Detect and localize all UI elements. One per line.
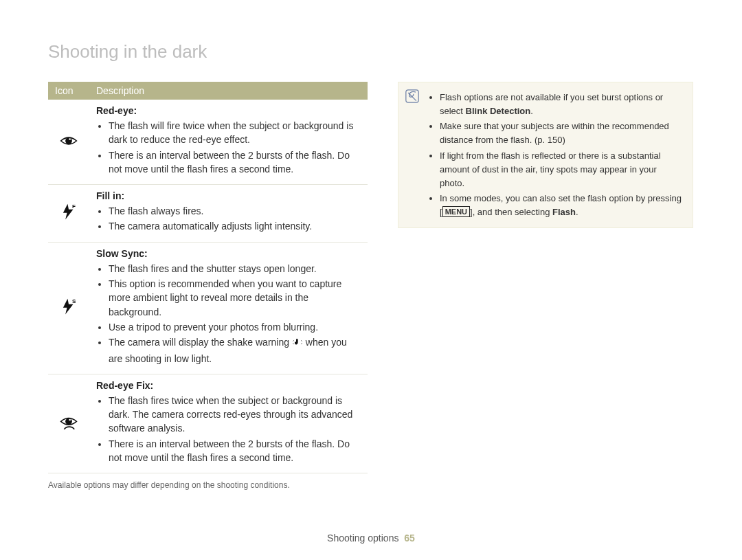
table-row: Red-eye: The flash will fire twice when …: [48, 100, 368, 185]
list-item: If light from the flash is reflected or …: [440, 149, 683, 190]
list-item: Use a tripod to prevent your photos from…: [109, 320, 361, 334]
svg-line-6: [301, 341, 302, 341]
svg-point-0: [65, 137, 72, 144]
mode-title: Red-eye:: [96, 105, 361, 116]
table-header-row: Icon Description: [48, 82, 368, 100]
note-text: .: [530, 106, 533, 116]
mode-table-container: Icon Description Red-eye: The: [48, 82, 368, 490]
note-icon: [405, 89, 420, 221]
list-item: The flash fires twice when the subject o…: [109, 394, 361, 436]
list-item: In some modes, you can also set the flas…: [440, 192, 683, 219]
page-footer: Shooting options 65: [0, 533, 742, 544]
mode-title: Fill in:: [96, 190, 361, 201]
list-item: The flash fires and the shutter stays op…: [109, 262, 361, 276]
svg-point-8: [65, 418, 72, 425]
table-row: Red-eye Fix: The flash fires twice when …: [48, 374, 368, 473]
th-icon: Icon: [48, 82, 89, 100]
slow-sync-icon: S: [60, 306, 78, 317]
list-item: There is an interval between the 2 burst…: [109, 148, 361, 177]
svg-text:F: F: [72, 204, 76, 210]
table-footnote: Available options may differ depending o…: [48, 480, 368, 490]
svg-point-9: [69, 418, 71, 421]
list-item: The camera automatically adjusts light i…: [109, 219, 361, 233]
page-number: 65: [404, 533, 415, 544]
list-item: The flash will fire twice when the subje…: [109, 119, 361, 147]
mode-bullets: The flash fires twice when the subject o…: [96, 394, 361, 464]
mode-title: Slow Sync:: [96, 248, 361, 259]
svg-point-1: [69, 138, 71, 140]
svg-line-7: [301, 344, 302, 344]
note-list: Flash options are not available if you s…: [427, 89, 683, 221]
table-row: S Slow Sync: The flash fires and the shu…: [48, 242, 368, 374]
note-text: ], and then selecting: [470, 207, 552, 217]
bullet-before: The camera will display the shake warnin…: [109, 337, 292, 348]
list-item: The camera will display the shake warnin…: [109, 335, 361, 366]
note-bold: Blink Detection: [466, 106, 531, 116]
note-text: .: [576, 207, 578, 217]
red-eye-icon: [60, 140, 78, 152]
red-eye-fix-icon: [60, 422, 78, 434]
table-row: F Fill in: The flash always fires. The c…: [48, 185, 368, 243]
fill-in-icon: F: [60, 211, 78, 223]
th-description: Description: [89, 82, 368, 100]
menu-button-label: MENU: [442, 206, 470, 217]
mode-bullets: The flash fires and the shutter stays op…: [96, 262, 361, 366]
list-item: Flash options are not available if you s…: [440, 91, 683, 118]
mode-title: Red-eye Fix:: [96, 380, 361, 391]
svg-line-4: [293, 341, 293, 341]
svg-text:S: S: [72, 298, 76, 304]
svg-line-5: [293, 344, 293, 344]
list-item: This option is recommended when you want…: [109, 277, 361, 319]
note-callout: Flash options are not available if you s…: [398, 82, 693, 228]
list-item: There is an interval between the 2 burst…: [109, 437, 361, 465]
mode-table: Icon Description Red-eye: The: [48, 82, 368, 473]
footer-label: Shooting options: [327, 533, 398, 544]
list-item: The flash always fires.: [109, 204, 361, 218]
list-item: Make sure that your subjects are within …: [440, 120, 683, 147]
mode-bullets: The flash will fire twice when the subje…: [96, 119, 361, 176]
page-title: Shooting in the dark: [48, 41, 694, 63]
shake-warning-icon: [292, 337, 303, 351]
note-bold: Flash: [552, 207, 576, 217]
mode-bullets: The flash always fires. The camera autom…: [96, 204, 361, 234]
